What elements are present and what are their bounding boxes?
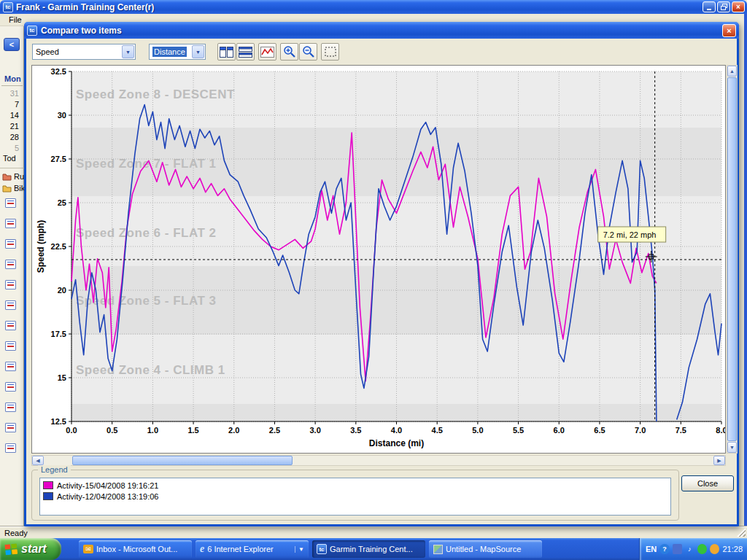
tile-horizontal-button[interactable]: [236, 43, 255, 61]
y-tick-label: 25: [58, 198, 66, 207]
calendar-date[interactable]: 5: [1, 144, 19, 152]
taskbar-item-mapsource[interactable]: Untitled - MapSource: [429, 540, 542, 558]
activity-item-icon[interactable]: [5, 362, 16, 371]
activity-item-icon[interactable]: [5, 198, 16, 208]
scroll-up-icon[interactable]: ▲: [727, 66, 737, 77]
legend-item[interactable]: Activity-15/04/2008 19:16:21: [43, 480, 667, 491]
activity-item-icon[interactable]: [5, 402, 16, 412]
x-tick-label: 0.0: [66, 426, 77, 435]
taskbar-item-label: Inbox - Microsoft Out...: [96, 545, 187, 553]
scroll-right-icon[interactable]: ▶: [713, 456, 725, 465]
folder-icon: [2, 173, 12, 181]
close-window-button[interactable]: ×: [732, 1, 745, 12]
zone-label: Speed Zone 8 - DESCENT: [76, 88, 235, 101]
activity-item-icon[interactable]: [5, 239, 16, 249]
start-button[interactable]: start: [0, 538, 61, 560]
activity-item-icon[interactable]: [5, 321, 16, 330]
taskbar-item-outlook[interactable]: ✉ Inbox - Microsoft Out...: [79, 540, 192, 558]
help-icon[interactable]: ?: [659, 544, 669, 554]
y-tick-label: 32.5: [51, 67, 66, 76]
zoom-out-button[interactable]: [299, 43, 317, 61]
mapsource-icon: [433, 545, 443, 554]
close-button-label: Close: [697, 479, 718, 488]
calendar-date[interactable]: 14: [1, 111, 19, 120]
calendar-date[interactable]: 28: [1, 133, 19, 141]
restore-icon: [721, 4, 727, 10]
activity-item-icon[interactable]: [5, 219, 16, 228]
tc-icon: tc: [317, 544, 327, 554]
group-chevron-icon[interactable]: ▼: [295, 546, 304, 553]
x-tick-label: 3.0: [309, 426, 320, 435]
sidebar-folder-run[interactable]: Ru: [2, 172, 24, 181]
zoom-selection-button[interactable]: [321, 43, 339, 61]
dialog-icon: tc: [27, 26, 37, 36]
dialog-close-button[interactable]: ×: [722, 24, 736, 37]
volume-icon[interactable]: ♪: [685, 544, 694, 554]
vscrollbar-thumb[interactable]: [727, 77, 737, 441]
window-caption-buttons: ×: [703, 1, 745, 12]
activity-item-icon[interactable]: [5, 300, 16, 310]
restore-button[interactable]: [717, 1, 730, 12]
taskbar-item-label: 6 Internet Explorer: [207, 545, 292, 553]
hscrollbar-thumb[interactable]: [72, 456, 293, 465]
status-text: Ready: [4, 529, 28, 537]
sidebar: < Mon 31 7 14 21 28 5 Tod Ru Bik: [0, 26, 24, 526]
calendar-date[interactable]: 21: [1, 122, 19, 131]
dialog-titlebar: tc Compare two items ×: [24, 22, 739, 39]
chart-hscrollbar[interactable]: ◀ ▶: [31, 455, 726, 466]
taskbar-item-garmin[interactable]: tc Garmin Training Cent...: [312, 540, 425, 558]
tile-vertical-button[interactable]: [217, 43, 236, 61]
metric-dropdown[interactable]: Speed ▼: [32, 44, 136, 60]
xaxis-dropdown[interactable]: Distance ▼: [149, 44, 206, 60]
activity-item-icon[interactable]: [5, 443, 16, 453]
activity-item-icon[interactable]: [5, 280, 16, 289]
activity-item-icon[interactable]: [5, 341, 16, 351]
compare-dialog: tc Compare two items × Speed ▼ Distance …: [24, 22, 739, 526]
calendar-date[interactable]: 7: [1, 100, 19, 109]
scroll-left-icon[interactable]: ◀: [32, 456, 44, 465]
display-icon[interactable]: [673, 544, 682, 554]
resize-grip[interactable]: [737, 528, 746, 537]
taskbar-clock: 21:28: [722, 545, 743, 553]
scroll-down-icon[interactable]: ▼: [727, 442, 737, 453]
x-tick-label: 3.5: [350, 426, 361, 435]
legend-groupbox: Legend Activity-15/04/2008 19:16:21 Acti…: [31, 470, 679, 521]
chevron-down-icon[interactable]: ▼: [192, 45, 204, 58]
folder-icon: [2, 184, 12, 192]
speed-comparison-chart[interactable]: Speed Zone 8 - DESCENTSpeed Zone 7 - FLA…: [32, 66, 725, 453]
divider: [0, 168, 24, 168]
taskbar-item-internet-explorer[interactable]: e 6 Internet Explorer ▼: [196, 540, 309, 558]
tile-vertical-icon: [220, 47, 233, 58]
system-tray: EN ? ♪ 21:28: [639, 538, 747, 560]
chevron-down-icon[interactable]: ▼: [122, 45, 134, 58]
calendar-prev-button[interactable]: <: [4, 38, 20, 51]
folder-label: Ru: [13, 172, 24, 181]
today-button[interactable]: Tod: [3, 154, 16, 163]
taskbar: start ✉ Inbox - Microsoft Out... e 6 Int…: [0, 538, 747, 560]
legend-item[interactable]: Activity-12/04/2008 13:19:06: [43, 491, 667, 502]
language-indicator[interactable]: EN: [646, 545, 657, 553]
activity-item-icon[interactable]: [5, 382, 16, 392]
legend-title: Legend: [38, 465, 71, 474]
users-icon[interactable]: [710, 544, 719, 554]
folder-label: Bik: [13, 184, 25, 192]
calendar-date[interactable]: 31: [1, 89, 19, 98]
close-icon: ×: [727, 26, 731, 35]
x-tick-label: 6.0: [554, 426, 565, 435]
x-tick-label: 7.0: [635, 426, 646, 435]
line-chart-icon: [260, 47, 274, 58]
x-tick-label: 5.5: [513, 426, 524, 435]
y-tick-label: 20: [58, 286, 66, 295]
close-button[interactable]: Close: [681, 475, 734, 491]
messenger-icon[interactable]: [697, 544, 707, 554]
menu-file[interactable]: File: [4, 15, 26, 25]
x-tick-label: 7.5: [676, 426, 686, 435]
zone-label: Speed Zone 6 - FLAT 2: [76, 226, 216, 240]
activity-item-icon[interactable]: [5, 423, 16, 432]
line-chart-button[interactable]: [258, 43, 276, 61]
sidebar-folder-bike[interactable]: Bik: [2, 184, 25, 192]
chart-vscrollbar[interactable]: ▲ ▼: [727, 65, 738, 454]
minimize-button[interactable]: [703, 1, 716, 12]
activity-item-icon[interactable]: [5, 260, 16, 269]
zoom-in-button[interactable]: [280, 43, 298, 61]
